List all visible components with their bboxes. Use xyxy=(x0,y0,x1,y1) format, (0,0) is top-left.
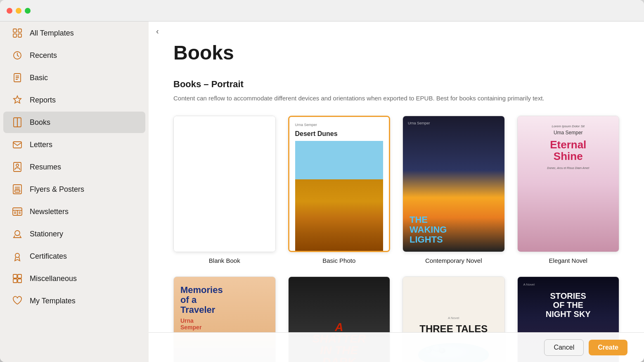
stamp-icon xyxy=(12,228,23,240)
main-content: ‹ Books Books – Portrait Content can ref… xyxy=(149,0,644,362)
svg-marker-9 xyxy=(14,96,21,103)
misc-icon xyxy=(12,273,23,284)
sidebar-item-letters[interactable]: Letters xyxy=(3,134,145,155)
template-blank-book[interactable]: Blank Book xyxy=(173,116,276,264)
page-title: Books xyxy=(173,41,619,64)
templates-grid-row1: Blank Book Urna Semper Desert Dunes Basi… xyxy=(173,116,619,264)
sidebar-label-stationery: Stationery xyxy=(30,230,63,238)
svg-rect-29 xyxy=(13,279,17,283)
svg-point-13 xyxy=(16,164,19,167)
flyer-icon xyxy=(12,183,23,195)
template-label-basic-photo: Basic Photo xyxy=(322,257,355,264)
section-description: Content can reflow to accommodate differ… xyxy=(173,94,570,103)
cert-icon xyxy=(12,250,23,262)
sidebar-label-newsletters: Newsletters xyxy=(30,207,69,216)
svg-point-25 xyxy=(15,231,20,236)
sidebar-label-flyers-posters: Flyers & Posters xyxy=(30,185,84,194)
sidebar-item-newsletters[interactable]: Newsletters xyxy=(3,201,145,222)
heart-icon xyxy=(12,295,23,307)
app-window: All Templates Recents Basi xyxy=(0,0,644,362)
template-label-elegant-novel: Elegant Novel xyxy=(549,257,587,264)
template-elegant-novel[interactable]: Lorem Ipsum Dolor Sit Uma Semper Eternal… xyxy=(517,116,620,264)
svg-rect-2 xyxy=(13,34,17,37)
sidebar-item-books[interactable]: Books xyxy=(3,112,145,133)
sidebar: All Templates Recents Basi xyxy=(0,0,149,362)
back-button[interactable]: ‹ xyxy=(153,25,162,38)
svg-rect-0 xyxy=(13,29,17,32)
close-button[interactable] xyxy=(7,8,12,14)
svg-rect-27 xyxy=(13,274,17,278)
maximize-button[interactable] xyxy=(25,8,31,14)
book-icon xyxy=(12,117,23,128)
template-thumb-contemporary-novel: Urna Semper THEWAKINGLIGHTS xyxy=(402,116,505,252)
sidebar-item-flyers-posters[interactable]: Flyers & Posters xyxy=(3,179,145,200)
template-thumb-basic-photo: Urna Semper Desert Dunes xyxy=(288,116,391,252)
titlebar xyxy=(0,0,644,21)
sidebar-label-all-templates: All Templates xyxy=(30,29,74,38)
clock-icon xyxy=(12,50,23,61)
create-button[interactable]: Create xyxy=(589,340,627,355)
sidebar-label-reports: Reports xyxy=(30,96,56,105)
template-basic-photo[interactable]: Urna Semper Desert Dunes Basic Photo xyxy=(288,116,391,264)
template-thumb-blank-book xyxy=(173,116,276,252)
resume-icon xyxy=(12,161,23,173)
sidebar-label-letters: Letters xyxy=(30,141,52,149)
footer-bar: Cancel Create xyxy=(149,332,644,362)
svg-point-26 xyxy=(15,253,19,257)
template-thumb-elegant-novel: Lorem Ipsum Dolor Sit Uma Semper Eternal… xyxy=(517,116,620,252)
svg-rect-17 xyxy=(15,190,20,192)
sidebar-label-recents: Recents xyxy=(30,51,57,60)
sidebar-item-miscellaneous[interactable]: Miscellaneous xyxy=(3,268,145,289)
template-label-blank-book: Blank Book xyxy=(209,257,240,264)
sidebar-item-stationery[interactable]: Stationery xyxy=(3,223,145,245)
template-label-contemporary-novel: Contemporary Novel xyxy=(425,257,482,264)
doc-icon xyxy=(12,72,23,83)
sidebar-label-books: Books xyxy=(30,118,50,127)
svg-rect-11 xyxy=(13,142,21,148)
letter-icon xyxy=(12,139,23,150)
sidebar-item-resumes[interactable]: Resumes xyxy=(3,156,145,178)
grid-icon xyxy=(12,27,23,39)
sidebar-item-certificates[interactable]: Certificates xyxy=(3,245,145,267)
sidebar-item-reports[interactable]: Reports xyxy=(3,89,145,111)
section-title: Books – Portrait xyxy=(173,79,619,90)
sidebar-item-basic[interactable]: Basic xyxy=(3,67,145,88)
cancel-button[interactable]: Cancel xyxy=(544,339,584,356)
sidebar-item-my-templates[interactable]: My Templates xyxy=(3,290,145,312)
sidebar-label-my-templates: My Templates xyxy=(30,297,76,305)
template-contemporary-novel[interactable]: Urna Semper THEWAKINGLIGHTS Contemporary… xyxy=(402,116,505,264)
sidebar-label-resumes: Resumes xyxy=(30,163,61,171)
sidebar-item-all-templates[interactable]: All Templates xyxy=(3,22,145,44)
svg-rect-1 xyxy=(18,29,21,32)
sidebar-item-recents[interactable]: Recents xyxy=(3,45,145,66)
svg-rect-28 xyxy=(18,274,21,278)
sidebar-label-miscellaneous: Miscellaneous xyxy=(30,274,77,283)
svg-rect-30 xyxy=(18,279,21,283)
minimize-button[interactable] xyxy=(16,8,21,14)
badge-icon xyxy=(12,94,23,106)
svg-rect-3 xyxy=(18,34,21,37)
sidebar-label-certificates: Certificates xyxy=(30,252,67,261)
sidebar-label-basic: Basic xyxy=(30,74,48,82)
newsletter-icon xyxy=(12,206,23,217)
main-scroll-area: Books Books – Portrait Content can reflo… xyxy=(149,21,644,362)
